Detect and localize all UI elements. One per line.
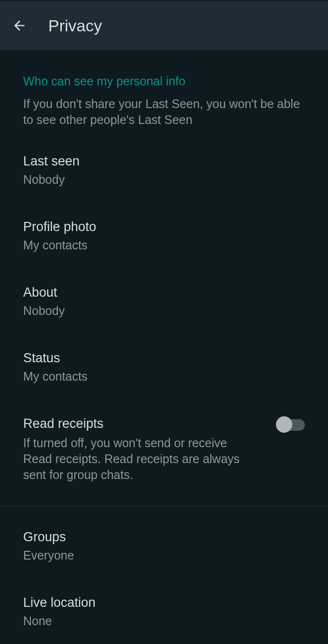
back-button[interactable]	[10, 16, 29, 35]
setting-title: Groups	[23, 530, 305, 545]
setting-value: Everyone	[23, 548, 305, 562]
setting-value: None	[23, 614, 305, 628]
setting-text-block: Read receipts If turned off, you won't s…	[23, 416, 278, 483]
setting-title: Live location	[23, 595, 305, 610]
divider	[0, 506, 328, 507]
setting-read-receipts[interactable]: Read receipts If turned off, you won't s…	[0, 400, 328, 499]
setting-groups[interactable]: Groups Everyone	[0, 513, 328, 579]
read-receipts-toggle[interactable]	[278, 419, 305, 431]
setting-title: Last seen	[23, 154, 305, 169]
setting-last-seen[interactable]: Last seen Nobody	[0, 133, 328, 203]
setting-status[interactable]: Status My contacts	[0, 334, 328, 400]
page-title: Privacy	[48, 16, 102, 35]
setting-value: Nobody	[23, 173, 305, 187]
setting-title: Status	[23, 351, 305, 366]
content-area: Who can see my personal info If you don'…	[0, 50, 328, 644]
back-arrow-icon	[12, 18, 27, 33]
setting-value: My contacts	[23, 370, 305, 384]
section-description: If you don't share your Last Seen, you w…	[23, 96, 305, 128]
setting-title: About	[23, 285, 305, 300]
setting-profile-photo[interactable]: Profile photo My contacts	[0, 203, 328, 269]
section-header-personal-info: Who can see my personal info If you don'…	[0, 50, 328, 133]
setting-title: Read receipts	[23, 416, 259, 431]
setting-value: Nobody	[23, 304, 305, 318]
toggle-thumb	[276, 416, 292, 433]
setting-title: Profile photo	[23, 219, 305, 234]
setting-about[interactable]: About Nobody	[0, 269, 328, 334]
setting-value: My contacts	[23, 238, 305, 252]
section-title: Who can see my personal info	[23, 74, 305, 88]
setting-live-location[interactable]: Live location None	[0, 579, 328, 644]
setting-description: If turned off, you won't send or receive…	[23, 435, 259, 483]
app-header: Privacy	[0, 0, 328, 50]
